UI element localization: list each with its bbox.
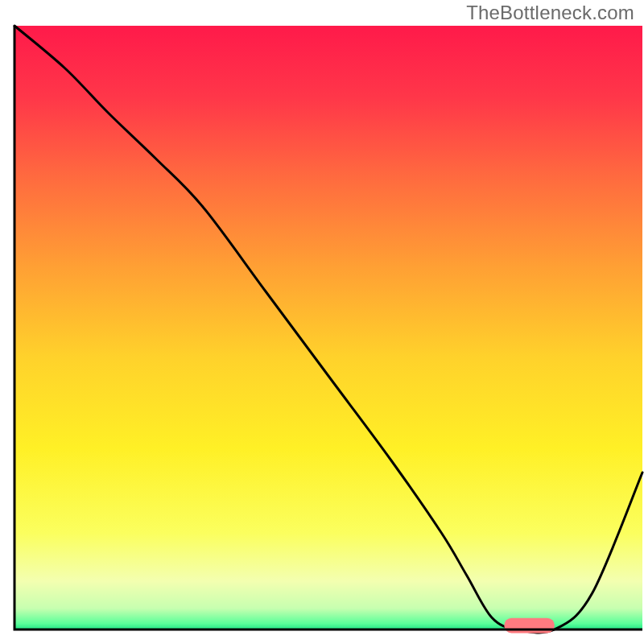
plot-background (14, 26, 642, 630)
chart-container: TheBottleneck.com (0, 0, 644, 644)
chart-svg (0, 0, 644, 644)
optimum-marker (504, 618, 554, 634)
watermark-text: TheBottleneck.com (466, 2, 634, 24)
